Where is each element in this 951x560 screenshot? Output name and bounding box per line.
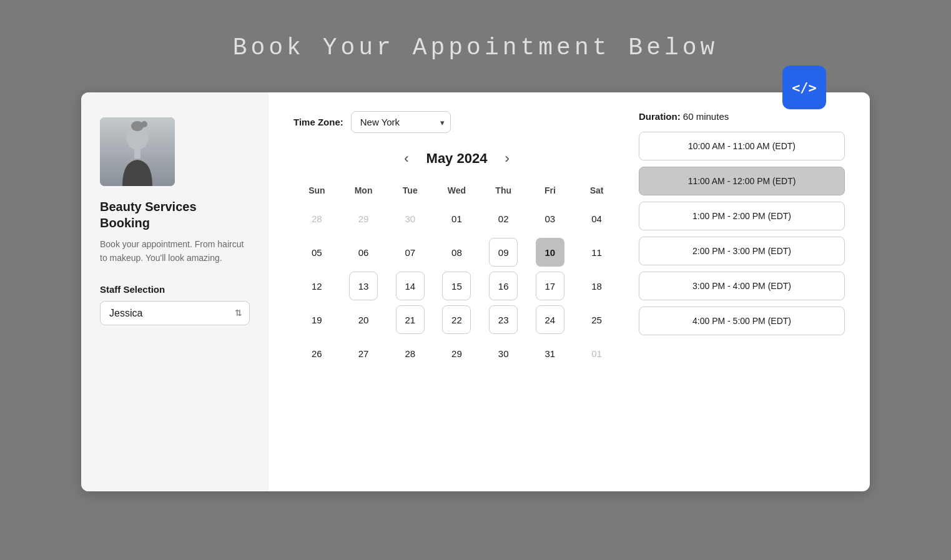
time-slot-1[interactable]: 11:00 AM - 12:00 PM (EDT) (639, 167, 845, 195)
calendar-day-02-w0[interactable]: 02 (489, 204, 518, 233)
calendar-day-12-w2[interactable]: 12 (302, 272, 331, 300)
calendar-day-18-w2[interactable]: 18 (583, 272, 611, 300)
page-title: Book Your Appointment Below (233, 34, 719, 61)
calendar-day-05-w1[interactable]: 05 (302, 238, 331, 267)
time-slots-list: 10:00 AM - 11:00 AM (EDT)11:00 AM - 12:0… (639, 132, 845, 341)
timezone-select-wrapper: New York Los Angeles Chicago London ▾ (351, 111, 451, 133)
duration-value: 60 minutes (683, 111, 729, 122)
calendar-day-25-w3[interactable]: 25 (583, 305, 611, 334)
timezone-label: Time Zone: (293, 117, 343, 127)
calendar-day-16-w2[interactable]: 16 (489, 272, 518, 300)
calendar-day-27-w4[interactable]: 27 (349, 339, 378, 368)
calendar-day-19-w3[interactable]: 19 (302, 305, 331, 334)
calendar-day-11-w1[interactable]: 11 (583, 238, 611, 267)
calendar-week-1: 05060708091011 (293, 235, 620, 269)
calendar-day-08-w1[interactable]: 08 (442, 238, 471, 267)
calendar-day-13-w2[interactable]: 13 (349, 272, 378, 300)
calendar-day-06-w1[interactable]: 06 (349, 238, 378, 267)
col-wed: Wed (433, 182, 480, 202)
time-slot-4[interactable]: 3:00 PM - 4:00 PM (EDT) (639, 272, 845, 300)
calendar-day-30-w4[interactable]: 30 (489, 339, 518, 368)
time-slot-5[interactable]: 4:00 PM - 5:00 PM (EDT) (639, 307, 845, 335)
calendar-month-year: May 2024 (426, 150, 488, 167)
right-panel: Time Zone: New York Los Angeles Chicago … (269, 92, 870, 491)
calendar-day-21-w3[interactable]: 21 (396, 305, 425, 334)
calendar-day-headers: Sun Mon Tue Wed Thu Fri Sat (293, 182, 620, 202)
calendar-day-15-w2[interactable]: 15 (442, 272, 471, 300)
duration-label: Duration: (639, 111, 681, 122)
calendar-day-23-w3[interactable]: 23 (489, 305, 518, 334)
calendar-day-28-w0: 28 (302, 204, 331, 233)
calendar-day-14-w2[interactable]: 14 (396, 272, 425, 300)
col-fri: Fri (527, 182, 574, 202)
calendar-day-29-w4[interactable]: 29 (442, 339, 471, 368)
code-button[interactable]: </> (782, 66, 826, 109)
svg-rect-4 (134, 149, 140, 159)
col-tue: Tue (387, 182, 433, 202)
timezone-row: Time Zone: New York Los Angeles Chicago … (293, 111, 620, 133)
calendar-day-01-w0[interactable]: 01 (442, 204, 471, 233)
col-sat: Sat (573, 182, 620, 202)
calendar-prev-button[interactable]: ‹ (399, 148, 413, 169)
calendar-day-30-w0: 30 (396, 204, 425, 233)
staff-photo-placeholder (100, 117, 175, 186)
calendar-day-10-w1[interactable]: 10 (536, 238, 564, 267)
calendar-day-07-w1[interactable]: 07 (396, 238, 425, 267)
staff-label: Staff Selection (100, 284, 250, 295)
calendar-day-09-w1[interactable]: 09 (489, 238, 518, 267)
calendar-week-3: 19202122232425 (293, 303, 620, 336)
calendar-day-31-w4[interactable]: 31 (536, 339, 564, 368)
service-title: Beauty Services Booking (100, 199, 250, 231)
calendar-week-0: 28293001020304 (293, 202, 620, 235)
calendar-day-28-w4[interactable]: 28 (396, 339, 425, 368)
calendar-day-04-w0[interactable]: 04 (583, 204, 611, 233)
calendar-day-29-w0: 29 (349, 204, 378, 233)
calendar-week-2: 12131415161718 (293, 269, 620, 303)
booking-container: Beauty Services Booking Book your appoin… (81, 92, 870, 491)
time-slot-2[interactable]: 1:00 PM - 2:00 PM (EDT) (639, 202, 845, 230)
calendar-day-03-w0[interactable]: 03 (536, 204, 564, 233)
calendar-next-button[interactable]: › (500, 148, 514, 169)
col-mon: Mon (340, 182, 387, 202)
calendar-day-22-w3[interactable]: 22 (442, 305, 471, 334)
calendar-day-01-w4: 01 (583, 339, 611, 368)
left-panel: Beauty Services Booking Book your appoin… (81, 92, 269, 491)
svg-point-3 (141, 121, 147, 127)
calendar-header: ‹ May 2024 › (293, 148, 620, 169)
calendar-week-4: 26272829303101 (293, 336, 620, 370)
duration-info: Duration: 60 minutes (639, 111, 845, 122)
calendar-day-17-w2[interactable]: 17 (536, 272, 564, 300)
calendar-day-20-w3[interactable]: 20 (349, 305, 378, 334)
code-icon: </> (792, 80, 817, 96)
calendar-day-26-w4[interactable]: 26 (302, 339, 331, 368)
col-sun: Sun (293, 182, 340, 202)
staff-silhouette (100, 117, 175, 186)
staff-select[interactable]: Jessica Maria Sophie (100, 301, 250, 325)
calendar-body: 2829300102030405060708091011121314151617… (293, 202, 620, 370)
time-slot-0[interactable]: 10:00 AM - 11:00 AM (EDT) (639, 132, 845, 160)
staff-photo (100, 117, 175, 186)
time-slot-3[interactable]: 2:00 PM - 3:00 PM (EDT) (639, 237, 845, 265)
timezone-select[interactable]: New York Los Angeles Chicago London (351, 111, 451, 133)
staff-select-wrapper: Jessica Maria Sophie ⇅ (100, 301, 250, 325)
calendar-section: Time Zone: New York Los Angeles Chicago … (293, 111, 620, 473)
col-thu: Thu (480, 182, 527, 202)
time-slots-section: Duration: 60 minutes 10:00 AM - 11:00 AM… (639, 111, 845, 473)
calendar-day-24-w3[interactable]: 24 (536, 305, 564, 334)
calendar-grid: Sun Mon Tue Wed Thu Fri Sat 282930010203… (293, 182, 620, 370)
service-description: Book your appointment. From haircut to m… (100, 237, 250, 265)
